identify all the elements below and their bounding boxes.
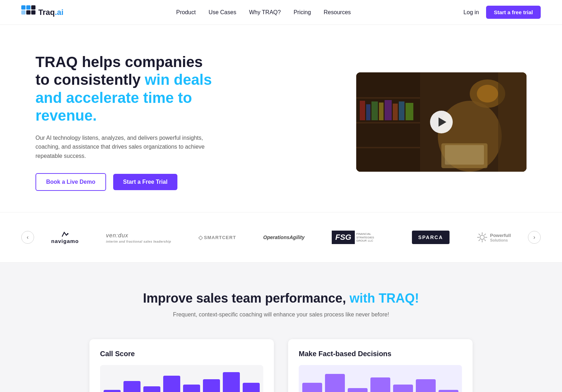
bar-c xyxy=(348,388,368,392)
svg-rect-1 xyxy=(26,5,31,10)
logo-fsg: FSG FINANCIAL STRATEGIES GROUP, LLC xyxy=(332,227,385,248)
navigamo-label: navigamo xyxy=(51,238,79,244)
logo-sparca: SPARCA xyxy=(412,227,450,248)
logo-smartcert: ◇ SMARTCERT xyxy=(198,227,236,248)
logo-operations-agility: OperationsAgility xyxy=(263,227,305,248)
nav-why-traq[interactable]: Why TRAQ? xyxy=(249,9,281,15)
nav-use-cases[interactable]: Use Cases xyxy=(209,9,236,15)
fact-decisions-title: Make Fact-based Decisions xyxy=(299,350,462,358)
bar-7 xyxy=(223,372,240,392)
fsg-text: FSG xyxy=(335,233,351,242)
bar-d xyxy=(370,377,390,392)
svg-rect-4 xyxy=(31,5,35,10)
call-score-title: Call Score xyxy=(100,350,263,358)
bar-8 xyxy=(243,383,260,392)
operations-agility-label: OperationsAgility xyxy=(263,234,305,240)
fsg-full-name: FINANCIAL STRATEGIES GROUP, LLC xyxy=(356,232,385,243)
smartcert-diamond: ◇ xyxy=(198,234,203,241)
svg-line-35 xyxy=(479,239,480,241)
carousel-next-button[interactable]: › xyxy=(528,231,541,244)
svg-rect-3 xyxy=(26,10,31,15)
improve-subtitle: Frequent, context-specific coaching will… xyxy=(173,311,389,318)
svg-rect-0 xyxy=(21,5,26,10)
hero-buttons: Book a Live Demo Start a Free Trial xyxy=(35,173,220,191)
bar-3 xyxy=(143,386,160,392)
svg-line-33 xyxy=(484,239,486,241)
improve-title: Improve sales team performance, with TRA… xyxy=(143,291,419,306)
improve-section: Improve sales team performance, with TRA… xyxy=(0,263,562,392)
start-free-trial-button[interactable]: Start a Free Trial xyxy=(113,174,177,190)
bar-6 xyxy=(203,379,220,392)
logo-navigamo: navigamo xyxy=(51,227,79,248)
svg-point-27 xyxy=(480,235,484,239)
logo[interactable]: Traq.ai xyxy=(21,5,64,20)
improve-title-plain: Improve sales team performance, xyxy=(143,291,349,305)
nav-pricing[interactable]: Pricing xyxy=(293,9,311,15)
nav-actions: Log in Start a free trial xyxy=(463,6,541,19)
nav-links: Product Use Cases Why TRAQ? Pricing Reso… xyxy=(176,9,351,16)
fsg-container: FSG FINANCIAL STRATEGIES GROUP, LLC xyxy=(332,231,385,244)
book-demo-button[interactable]: Book a Live Demo xyxy=(35,173,106,191)
svg-line-34 xyxy=(484,234,486,235)
svg-point-26 xyxy=(67,233,68,234)
call-score-card: Call Score xyxy=(89,339,274,392)
fact-decisions-visual xyxy=(299,365,462,392)
hero-section: TRAQ helps companies to consistently win… xyxy=(0,25,562,212)
start-trial-nav-button[interactable]: Start a free trial xyxy=(486,6,541,19)
sparca-label: SPARCA xyxy=(418,234,443,240)
login-button[interactable]: Log in xyxy=(463,9,479,16)
powerfull-text: Powerfull Solutions xyxy=(490,233,511,242)
bar-1 xyxy=(104,390,121,392)
play-button[interactable] xyxy=(430,111,453,133)
logos-carousel: ‹ navigamo ven:dux interim and fractiona… xyxy=(0,212,562,263)
improve-title-highlight: with TRAQ! xyxy=(349,291,419,305)
logo-suffix: .ai xyxy=(55,8,63,17)
bar-g xyxy=(439,390,458,392)
svg-rect-2 xyxy=(21,10,26,15)
logo-icon xyxy=(21,5,35,20)
powerfull-icon xyxy=(476,232,488,243)
smartcert-label: SMARTCERT xyxy=(204,235,236,240)
bar-b xyxy=(325,374,345,392)
logo-powerfull: Powerfull Solutions xyxy=(476,227,511,248)
powerfull-label: Powerfull xyxy=(490,233,511,238)
powerfull-sublabel: Solutions xyxy=(490,238,511,242)
hero-title: TRAQ helps companies to consistently win… xyxy=(35,53,220,125)
bar-e xyxy=(393,385,413,392)
call-score-visual xyxy=(100,365,263,392)
svg-line-32 xyxy=(479,234,480,235)
logos-track: navigamo ven:dux interim and fractional … xyxy=(34,227,528,248)
bar-f xyxy=(416,379,436,392)
hero-description: Our AI technology listens, analyzes, and… xyxy=(35,133,220,161)
bar-4 xyxy=(163,376,180,392)
improve-cards: Call Score Make Fact-based Decisions xyxy=(68,339,494,392)
logo-vendux: ven:dux interim and fractional sales lea… xyxy=(106,227,171,248)
bar-5 xyxy=(183,385,200,392)
logo-name: Traq.ai xyxy=(38,8,64,17)
vendux-label: ven:dux xyxy=(106,232,128,238)
sparca-box: SPARCA xyxy=(412,231,450,244)
svg-rect-5 xyxy=(31,10,35,15)
navigamo-icon xyxy=(61,231,69,238)
nav-product[interactable]: Product xyxy=(176,9,196,15)
carousel-prev-button[interactable]: ‹ xyxy=(21,231,34,244)
navbar: Traq.ai Product Use Cases Why TRAQ? Pric… xyxy=(0,0,562,25)
vendux-tagline: interim and fractional sales leadership xyxy=(106,240,171,243)
fact-decisions-card: Make Fact-based Decisions xyxy=(288,339,473,392)
nav-resources[interactable]: Resources xyxy=(324,9,351,15)
hero-content: TRAQ helps companies to consistently win… xyxy=(35,53,220,191)
bar-2 xyxy=(123,381,140,392)
hero-video-thumbnail[interactable] xyxy=(356,72,527,172)
fsg-box: FSG xyxy=(332,231,355,244)
bar-a xyxy=(302,383,322,392)
